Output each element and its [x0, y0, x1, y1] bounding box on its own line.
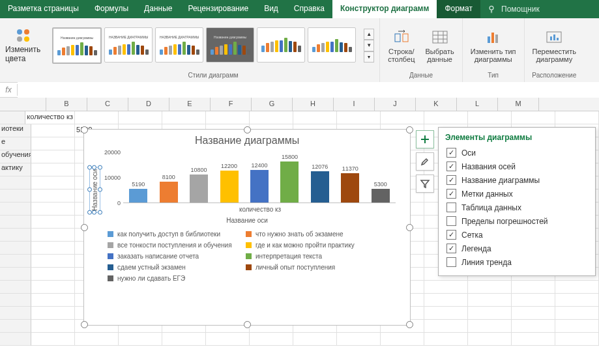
cell[interactable]: [31, 163, 75, 176]
chart-bar[interactable]: 12076: [305, 163, 335, 203]
legend-item[interactable]: где и как можно пройти практику: [246, 242, 376, 249]
chart-bar[interactable]: 5190: [123, 181, 153, 203]
checkbox[interactable]: [446, 203, 456, 212]
cell[interactable]: [293, 111, 337, 124]
cell[interactable]: [31, 137, 75, 150]
x-axis-title[interactable]: Название оси: [92, 217, 402, 224]
cell[interactable]: [512, 294, 555, 307]
col-H[interactable]: H: [293, 98, 334, 111]
col-B[interactable]: B: [46, 98, 87, 111]
chart-element-option[interactable]: ✓Метки данных: [445, 187, 589, 201]
cell[interactable]: [250, 333, 293, 346]
cell[interactable]: [31, 333, 75, 346]
tab-view[interactable]: Вид: [256, 0, 286, 18]
cell[interactable]: [337, 111, 381, 124]
legend-item[interactable]: как получить доступ в библиотеки: [108, 231, 238, 238]
col-D[interactable]: D: [128, 98, 169, 111]
chart-bar[interactable]: 12400: [244, 162, 274, 203]
chart-element-option[interactable]: Пределы погрешностей: [445, 214, 589, 228]
legend-item[interactable]: все тонкости поступления и обучения: [108, 242, 238, 249]
col-F[interactable]: F: [211, 98, 252, 111]
row-header[interactable]: [0, 281, 31, 294]
row-header[interactable]: [0, 176, 31, 189]
chart-element-option[interactable]: ✓Название диаграммы: [445, 173, 589, 187]
checkbox[interactable]: ✓: [446, 161, 456, 171]
chart-title[interactable]: Название диаграммы: [92, 135, 402, 147]
checkbox[interactable]: ✓: [446, 189, 456, 199]
cell[interactable]: [424, 294, 468, 307]
cell[interactable]: [250, 111, 293, 124]
cell[interactable]: [555, 320, 599, 333]
resize-handle[interactable]: [406, 224, 413, 231]
cell[interactable]: [75, 333, 119, 346]
row-header[interactable]: [0, 307, 31, 320]
row-header[interactable]: [0, 255, 31, 268]
cell[interactable]: [162, 333, 206, 346]
cell[interactable]: [381, 333, 424, 346]
cell[interactable]: [512, 111, 555, 124]
col-M[interactable]: M: [498, 98, 539, 111]
tab-data[interactable]: Данные: [136, 0, 180, 18]
cell[interactable]: [31, 268, 75, 281]
cell[interactable]: [31, 189, 75, 203]
switch-row-column-button[interactable]: Строка/ столбец: [385, 27, 417, 64]
legend-item[interactable]: что нужно знать об экзамене: [246, 231, 376, 238]
row-header[interactable]: [0, 189, 31, 203]
cell[interactable]: [555, 281, 599, 294]
cell[interactable]: [555, 333, 599, 346]
cell[interactable]: [468, 281, 512, 294]
row-header[interactable]: [0, 203, 31, 216]
chart-style-2[interactable]: НАЗВАНИЕ ДИАГРАММЫ: [104, 27, 153, 63]
resize-handle[interactable]: [406, 126, 413, 133]
chart-element-option[interactable]: ✓Оси: [445, 146, 589, 160]
select-all-corner[interactable]: [0, 98, 46, 111]
cell[interactable]: количество кз: [25, 111, 75, 124]
cell[interactable]: [555, 111, 599, 124]
chart-style-1[interactable]: Название диаграммы: [52, 27, 102, 64]
cell[interactable]: [381, 111, 424, 124]
col-J[interactable]: J: [375, 98, 416, 111]
row-header[interactable]: актику: [0, 163, 31, 176]
cell[interactable]: [468, 294, 512, 307]
col-E[interactable]: E: [169, 98, 211, 111]
embedded-chart[interactable]: Название диаграммы Название оси 20000 10…: [83, 129, 411, 326]
row-header[interactable]: [0, 242, 31, 255]
chart-bar[interactable]: 8100: [153, 174, 183, 203]
chart-styles-button[interactable]: [416, 152, 434, 171]
resize-handle[interactable]: [244, 321, 251, 328]
row-header[interactable]: [0, 216, 31, 229]
cell[interactable]: [31, 203, 75, 216]
chart-element-option[interactable]: Таблица данных: [445, 201, 589, 214]
cell[interactable]: [31, 294, 75, 307]
legend-item[interactable]: интерпретация текста: [246, 253, 376, 260]
cell[interactable]: [468, 307, 512, 320]
cell[interactable]: [468, 320, 512, 333]
chart-element-option[interactable]: ✓Сетка: [445, 228, 589, 242]
chart-bar[interactable]: 5300: [366, 181, 396, 203]
cell[interactable]: [31, 229, 75, 242]
col-L[interactable]: L: [457, 98, 498, 111]
cell[interactable]: [31, 216, 75, 229]
resize-handle[interactable]: [81, 321, 88, 328]
cell[interactable]: [512, 320, 555, 333]
checkbox[interactable]: ✓: [446, 230, 456, 240]
row-header[interactable]: [0, 268, 31, 281]
cell[interactable]: [555, 307, 599, 320]
cell[interactable]: [337, 333, 381, 346]
chart-bar[interactable]: 10800: [184, 167, 214, 203]
chart-bar[interactable]: 15800: [274, 154, 304, 203]
tab-chart-design[interactable]: Конструктор диаграмм: [332, 0, 437, 18]
cell[interactable]: [75, 111, 119, 124]
col-C[interactable]: C: [87, 98, 128, 111]
col-G[interactable]: G: [252, 98, 293, 111]
checkbox[interactable]: ✓: [446, 148, 456, 158]
row-header[interactable]: иотеки: [0, 124, 31, 137]
chart-element-option[interactable]: ✓Названия осей: [445, 160, 589, 173]
row-header[interactable]: обучения: [0, 150, 31, 163]
cell[interactable]: [206, 333, 250, 346]
chart-bar[interactable]: 11370: [335, 165, 365, 203]
cell[interactable]: [512, 333, 555, 346]
tab-format[interactable]: Формат: [437, 0, 480, 18]
tell-me[interactable]: Помощник: [480, 0, 546, 18]
chart-style-5[interactable]: [257, 27, 305, 63]
